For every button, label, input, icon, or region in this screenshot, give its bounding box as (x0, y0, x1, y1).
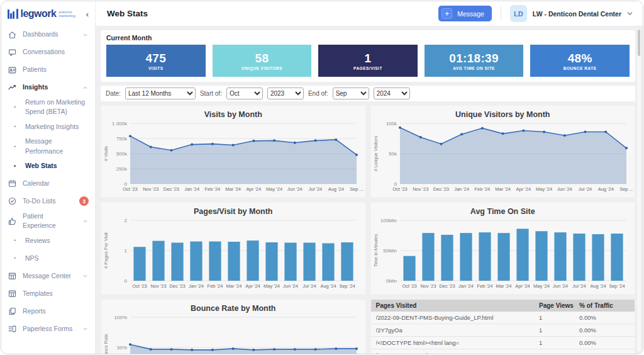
chart-plot: 0250k500k750k1 000k# VisitsOct '23Nov '2… (101, 119, 365, 193)
stat-card-pages-visit: 1 PAGES/VISIT (318, 45, 418, 77)
sidebar-item-web-stats[interactable]: •Web Stats (1, 157, 95, 175)
sidebar-item-label: Patients (23, 65, 89, 74)
svg-text:Jun '24: Jun '24 (557, 186, 572, 192)
svg-text:500k: 500k (116, 151, 128, 157)
sidebar-item-message-center[interactable]: Message Center (1, 267, 95, 285)
account-chevron-down-icon[interactable] (626, 9, 634, 18)
svg-text:May '24: May '24 (264, 283, 280, 289)
sidebar-item-dashboards[interactable]: Dashboards (1, 26, 95, 43)
message-button[interactable]: + Message (438, 6, 492, 21)
sidebar-item-nps[interactable]: •NPS (1, 249, 95, 267)
svg-text:Mar '24: Mar '24 (225, 186, 241, 192)
sidebar-item-calendar[interactable]: Calendar (1, 175, 95, 193)
sidebar-item-insights[interactable]: Insights (1, 79, 95, 96)
patients-icon (8, 65, 17, 75)
svg-text:# Unique Visitors: # Unique Visitors (373, 135, 379, 171)
svg-text:2: 2 (125, 218, 128, 223)
page-path-cell: /DENICON-LOGIN/ (376, 352, 540, 354)
traffic-cell: 0.00% (579, 339, 630, 346)
svg-text:Oct '23: Oct '23 (402, 283, 417, 289)
calendar-icon (8, 179, 17, 188)
chevron-up-icon (82, 218, 89, 225)
chart-pages-per-visit-by-month: Pages/Visit by Month012# Pages Per Visit… (101, 202, 366, 295)
account-name[interactable]: LW - Denticon Dental Center (533, 10, 621, 18)
sidebar-item-patients[interactable]: Patients (1, 61, 95, 79)
sidebar-item-label: Insights (23, 82, 76, 92)
svg-text:Sep ...: Sep ... (619, 186, 633, 192)
end-year-select[interactable]: 2024 (374, 87, 410, 99)
legwork-logo-icon (8, 9, 18, 19)
date-filter-bar: Date: Last 12 Months Start of: Oct 2023 … (101, 86, 635, 101)
table-header-cell: % of Traffic (579, 302, 630, 309)
svg-text:Jan '24: Jan '24 (184, 186, 199, 192)
section-title: Current Month (106, 34, 630, 42)
start-year-select[interactable]: 2023 (267, 87, 304, 99)
svg-text:50%: 50% (117, 345, 127, 351)
content-scrollbar[interactable] (636, 28, 641, 352)
bullet-icon: • (10, 237, 19, 244)
svg-text:Sep '24: Sep '24 (609, 283, 625, 289)
chart-unique-visitors-by-month: Unique Visitors by Month050k100k# Unique… (370, 105, 636, 198)
svg-text:Feb '24: Feb '24 (477, 283, 492, 289)
svg-text:Oct '23: Oct '23 (123, 186, 138, 192)
svg-text:Feb '24: Feb '24 (208, 283, 223, 289)
bullet-icon: • (10, 144, 19, 150)
svg-text:Jul '24: Jul '24 (309, 186, 322, 192)
svg-text:Mar '24: Mar '24 (226, 283, 242, 289)
chart-plot: 0Min50Min100MinTime in MinutesOct '23Nov… (371, 216, 635, 290)
current-month-panel: Current Month 475 VISITS58 UNIQUE VISITO… (101, 30, 635, 82)
end-of-label: End of: (308, 90, 328, 97)
svg-text:Aug '24: Aug '24 (597, 186, 613, 192)
svg-text:Jul '24: Jul '24 (303, 283, 316, 289)
thumb-icon (8, 217, 17, 226)
svg-text:Apr '24: Apr '24 (247, 186, 262, 192)
stat-card-unique-visitors: 58 UNIQUE VISITORS (213, 45, 312, 77)
svg-text:Nov '23: Nov '23 (420, 283, 436, 289)
logo-tagline: practice marketing (58, 10, 76, 18)
chart-avg-time-on-site: Avg Time On Site0Min50Min100MinTime in M… (370, 202, 636, 295)
sidebar-item-conversations[interactable]: Conversations (1, 43, 95, 61)
copy-icon (8, 307, 17, 316)
svg-text:50Min: 50Min (383, 248, 397, 254)
sidebar-item-reports[interactable]: Reports (1, 302, 95, 320)
sidebar-item-label: Calendar (23, 179, 89, 188)
bullet-icon: • (10, 255, 19, 261)
svg-text:Jan '24: Jan '24 (189, 283, 204, 289)
table-header-cell: Pages Visited (376, 302, 540, 309)
sidebar-item-reviews[interactable]: •Reviews (1, 232, 95, 249)
svg-text:Jan '24: Jan '24 (454, 186, 469, 192)
sidebar-item-templates[interactable]: Templates (1, 285, 95, 302)
sidebar-collapse-icon[interactable]: ‹ (85, 9, 90, 19)
svg-text:Oct '23: Oct '23 (132, 283, 147, 289)
svg-text:Sep '24: Sep '24 (339, 283, 355, 289)
svg-text:0: 0 (125, 278, 128, 284)
bullet-icon: • (10, 163, 19, 169)
stat-value: 58 (255, 52, 269, 65)
sidebar-item-marketing-insights[interactable]: •Marketing Insights (1, 118, 95, 135)
pages-visited-table: Pages VisitedPage Views% of Traffic/2022… (370, 299, 636, 354)
sidebar-item-message-performance[interactable]: •Message Performance (1, 135, 95, 157)
svg-text:Jun '24: Jun '24 (287, 186, 303, 192)
avatar[interactable]: LD (510, 5, 527, 22)
sidebar-item-label: Message Center (23, 271, 76, 281)
sidebar-item-patient-experience[interactable]: Patient Experience (1, 210, 95, 232)
start-month-select[interactable]: Oct (226, 87, 263, 99)
sidebar-item-to-do-lists[interactable]: To-Do Lists3 (1, 193, 95, 210)
stat-value: 475 (145, 52, 166, 65)
svg-text:100Min: 100Min (380, 218, 396, 223)
svg-text:Jul '24: Jul '24 (572, 283, 586, 289)
todo-count-badge: 3 (79, 196, 89, 206)
sidebar-item-paperless-forms[interactable]: Paperless Forms (1, 320, 95, 337)
sidebar-item-return-on-marketing-spend[interactable]: •Return on Marketing Spend (BETA) (1, 96, 95, 118)
end-month-select[interactable]: Sep (333, 87, 369, 99)
svg-text:Feb '24: Feb '24 (474, 186, 490, 192)
scrollbar-thumb[interactable] (638, 30, 640, 56)
svg-text:50k: 50k (389, 151, 397, 157)
table-row: /DENICON-LOGIN/10.00% (371, 349, 635, 354)
svg-text:May '24: May '24 (536, 186, 552, 192)
svg-text:Dec '23: Dec '23 (164, 186, 179, 192)
svg-text:Sep ...: Sep ... (350, 186, 364, 192)
date-range-select[interactable]: Last 12 Months (125, 87, 196, 99)
sidebar-item-label: To-Do Lists (23, 196, 74, 206)
stat-label: UNIQUE VISITORS (242, 66, 282, 70)
